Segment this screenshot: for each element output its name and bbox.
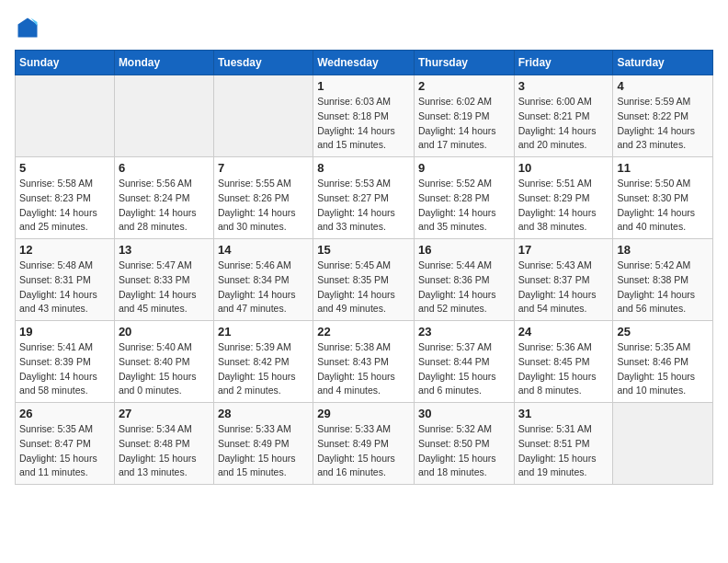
calendar-cell: 4Sunrise: 5:59 AM Sunset: 8:22 PM Daylig…: [613, 75, 713, 157]
day-info: Sunrise: 5:52 AM Sunset: 8:28 PM Dayligh…: [418, 177, 510, 235]
day-number: 12: [19, 243, 110, 257]
calendar-cell: 7Sunrise: 5:55 AM Sunset: 8:26 PM Daylig…: [213, 157, 313, 239]
calendar-cell: 15Sunrise: 5:45 AM Sunset: 8:35 PM Dayli…: [313, 239, 415, 321]
day-info: Sunrise: 5:42 AM Sunset: 8:38 PM Dayligh…: [617, 259, 709, 316]
day-number: 8: [317, 161, 410, 175]
day-info: Sunrise: 5:32 AM Sunset: 8:50 PM Dayligh…: [418, 422, 510, 480]
day-info: Sunrise: 5:38 AM Sunset: 8:43 PM Dayligh…: [317, 340, 410, 398]
calendar-cell: 26Sunrise: 5:35 AM Sunset: 8:47 PM Dayli…: [16, 403, 115, 485]
weekday-header-saturday: Saturday: [613, 51, 713, 75]
day-number: 19: [19, 325, 110, 339]
calendar-cell: 24Sunrise: 5:36 AM Sunset: 8:45 PM Dayli…: [514, 321, 613, 403]
calendar-cell: 29Sunrise: 5:33 AM Sunset: 8:49 PM Dayli…: [313, 403, 415, 485]
day-info: Sunrise: 5:48 AM Sunset: 8:31 PM Dayligh…: [19, 259, 110, 316]
calendar-cell: 8Sunrise: 5:53 AM Sunset: 8:27 PM Daylig…: [313, 157, 415, 239]
day-number: 11: [617, 161, 709, 175]
calendar-cell: 22Sunrise: 5:38 AM Sunset: 8:43 PM Dayli…: [313, 321, 415, 403]
day-number: 21: [218, 325, 309, 339]
calendar-cell: 17Sunrise: 5:43 AM Sunset: 8:37 PM Dayli…: [514, 239, 613, 321]
calendar-cell: 3Sunrise: 6:00 AM Sunset: 8:21 PM Daylig…: [514, 75, 613, 157]
day-number: 22: [317, 325, 410, 339]
calendar-cell: 9Sunrise: 5:52 AM Sunset: 8:28 PM Daylig…: [414, 157, 514, 239]
calendar-cell: 6Sunrise: 5:56 AM Sunset: 8:24 PM Daylig…: [114, 157, 213, 239]
day-number: 18: [617, 243, 709, 257]
calendar-cell: 25Sunrise: 5:35 AM Sunset: 8:46 PM Dayli…: [613, 321, 713, 403]
calendar-cell: 2Sunrise: 6:02 AM Sunset: 8:19 PM Daylig…: [414, 75, 514, 157]
day-number: 9: [418, 161, 510, 175]
day-info: Sunrise: 5:34 AM Sunset: 8:48 PM Dayligh…: [119, 422, 210, 480]
day-number: 26: [19, 407, 110, 420]
calendar-table: SundayMondayTuesdayWednesdayThursdayFrid…: [15, 50, 713, 485]
calendar-cell: 20Sunrise: 5:40 AM Sunset: 8:40 PM Dayli…: [114, 321, 213, 403]
logo: [15, 15, 44, 40]
day-info: Sunrise: 5:45 AM Sunset: 8:35 PM Dayligh…: [317, 259, 410, 316]
weekday-header-wednesday: Wednesday: [313, 51, 415, 75]
day-info: Sunrise: 5:46 AM Sunset: 8:34 PM Dayligh…: [218, 259, 309, 316]
weekday-header-thursday: Thursday: [414, 51, 514, 75]
day-info: Sunrise: 5:33 AM Sunset: 8:49 PM Dayligh…: [317, 422, 410, 480]
day-number: 17: [518, 243, 609, 257]
day-number: 23: [418, 325, 510, 339]
day-info: Sunrise: 5:40 AM Sunset: 8:40 PM Dayligh…: [119, 340, 210, 398]
calendar-cell: 27Sunrise: 5:34 AM Sunset: 8:48 PM Dayli…: [114, 403, 213, 485]
day-info: Sunrise: 5:56 AM Sunset: 8:24 PM Dayligh…: [119, 177, 210, 235]
calendar-week-5: 26Sunrise: 5:35 AM Sunset: 8:47 PM Dayli…: [16, 403, 713, 485]
day-number: 4: [617, 79, 709, 93]
day-number: 16: [418, 243, 510, 257]
calendar-cell: 23Sunrise: 5:37 AM Sunset: 8:44 PM Dayli…: [414, 321, 514, 403]
weekday-header-friday: Friday: [514, 51, 613, 75]
day-number: 28: [218, 407, 309, 420]
calendar-week-2: 5Sunrise: 5:58 AM Sunset: 8:23 PM Daylig…: [16, 157, 713, 239]
calendar-cell: 31Sunrise: 5:31 AM Sunset: 8:51 PM Dayli…: [514, 403, 613, 485]
day-number: 25: [617, 325, 709, 339]
calendar-cell: 21Sunrise: 5:39 AM Sunset: 8:42 PM Dayli…: [213, 321, 313, 403]
day-number: 24: [518, 325, 609, 339]
day-number: 27: [119, 407, 210, 420]
day-info: Sunrise: 5:43 AM Sunset: 8:37 PM Dayligh…: [518, 259, 609, 316]
day-info: Sunrise: 5:47 AM Sunset: 8:33 PM Dayligh…: [119, 259, 210, 316]
calendar-cell: 12Sunrise: 5:48 AM Sunset: 8:31 PM Dayli…: [16, 239, 115, 321]
day-number: 1: [317, 79, 410, 93]
day-number: 14: [218, 243, 309, 257]
day-number: 3: [518, 79, 609, 93]
day-info: Sunrise: 5:53 AM Sunset: 8:27 PM Dayligh…: [317, 177, 410, 235]
day-info: Sunrise: 5:41 AM Sunset: 8:39 PM Dayligh…: [19, 340, 110, 398]
calendar-cell: 13Sunrise: 5:47 AM Sunset: 8:33 PM Dayli…: [114, 239, 213, 321]
calendar-cell: 1Sunrise: 6:03 AM Sunset: 8:18 PM Daylig…: [313, 75, 415, 157]
weekday-header-sunday: Sunday: [16, 51, 115, 75]
calendar-week-3: 12Sunrise: 5:48 AM Sunset: 8:31 PM Dayli…: [16, 239, 713, 321]
day-info: Sunrise: 5:58 AM Sunset: 8:23 PM Dayligh…: [19, 177, 110, 235]
day-number: 30: [418, 407, 510, 420]
calendar-cell: 18Sunrise: 5:42 AM Sunset: 8:38 PM Dayli…: [613, 239, 713, 321]
weekday-header-monday: Monday: [114, 51, 213, 75]
day-info: Sunrise: 5:35 AM Sunset: 8:47 PM Dayligh…: [19, 422, 110, 480]
calendar-cell: [213, 75, 313, 157]
weekday-header-tuesday: Tuesday: [213, 51, 313, 75]
day-info: Sunrise: 5:33 AM Sunset: 8:49 PM Dayligh…: [218, 422, 309, 480]
calendar-cell: [613, 403, 713, 485]
day-number: 15: [317, 243, 410, 257]
day-number: 20: [119, 325, 210, 339]
day-info: Sunrise: 5:59 AM Sunset: 8:22 PM Dayligh…: [617, 95, 709, 153]
calendar-cell: 10Sunrise: 5:51 AM Sunset: 8:29 PM Dayli…: [514, 157, 613, 239]
day-info: Sunrise: 5:39 AM Sunset: 8:42 PM Dayligh…: [218, 340, 309, 398]
day-info: Sunrise: 5:36 AM Sunset: 8:45 PM Dayligh…: [518, 340, 609, 398]
day-info: Sunrise: 5:51 AM Sunset: 8:29 PM Dayligh…: [518, 177, 609, 235]
calendar-week-4: 19Sunrise: 5:41 AM Sunset: 8:39 PM Dayli…: [16, 321, 713, 403]
day-number: 10: [518, 161, 609, 175]
day-number: 6: [119, 161, 210, 175]
day-info: Sunrise: 6:03 AM Sunset: 8:18 PM Dayligh…: [317, 95, 410, 153]
calendar-cell: 19Sunrise: 5:41 AM Sunset: 8:39 PM Dayli…: [16, 321, 115, 403]
calendar-week-1: 1Sunrise: 6:03 AM Sunset: 8:18 PM Daylig…: [16, 75, 713, 157]
calendar-cell: 11Sunrise: 5:50 AM Sunset: 8:30 PM Dayli…: [613, 157, 713, 239]
day-number: 7: [218, 161, 309, 175]
day-info: Sunrise: 5:50 AM Sunset: 8:30 PM Dayligh…: [617, 177, 709, 235]
logo-icon: [15, 15, 40, 40]
day-info: Sunrise: 5:44 AM Sunset: 8:36 PM Dayligh…: [418, 259, 510, 316]
day-number: 2: [418, 79, 510, 93]
calendar-cell: 28Sunrise: 5:33 AM Sunset: 8:49 PM Dayli…: [213, 403, 313, 485]
calendar-cell: [16, 75, 115, 157]
day-info: Sunrise: 6:02 AM Sunset: 8:19 PM Dayligh…: [418, 95, 510, 153]
day-info: Sunrise: 5:31 AM Sunset: 8:51 PM Dayligh…: [518, 422, 609, 480]
page-header: [15, 15, 713, 40]
